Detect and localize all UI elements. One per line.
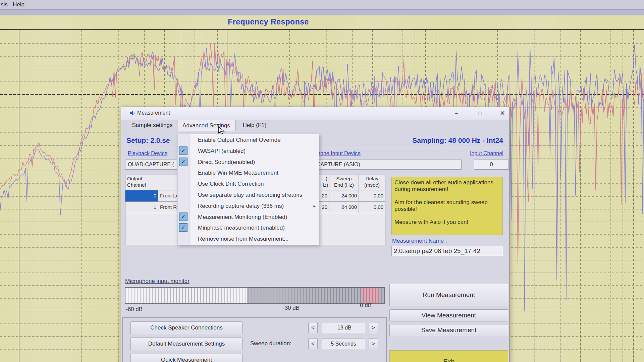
level-value: -13 dB (322, 322, 365, 333)
dropdown-item[interactable]: ✓Measurement Monitoring (Enabled) (177, 212, 319, 223)
dropdown-item-label: Remove noise from Measurement... (198, 233, 288, 244)
table-header: Sweep End (Hz) (329, 175, 359, 190)
app-menubar: sis Help (0, 0, 644, 10)
meter-tick-0: 0 dB (360, 302, 372, 309)
table-cell[interactable]: 20 (319, 190, 329, 202)
dropdown-item[interactable]: ✓Minphase measurement (enabled) (177, 222, 319, 233)
maximize-icon[interactable]: □ (475, 109, 485, 118)
submenu-arrow-icon: ▸ (313, 200, 316, 212)
view-measurement-button[interactable]: View Measurement (389, 309, 508, 321)
table-cell[interactable]: 0 (125, 190, 158, 202)
table-header: Output Channel (125, 175, 158, 190)
chevron-down-icon: ˇ (457, 159, 459, 168)
input-channel-label[interactable]: Input Channel (470, 150, 503, 157)
checkbox-checked-icon: ✓ (179, 223, 187, 232)
checkbox-checked-icon: ✓ (179, 158, 187, 166)
dropdown-item-label: WASAPI (enabled) (198, 145, 246, 157)
table-header: Delay (msec) (359, 175, 385, 190)
setup-label: Setup: 2.0.se (126, 136, 170, 144)
dialog-titlebar[interactable]: Measurement – □ ✕ (121, 107, 509, 120)
dropdown-item-label: Minphase measurement (enabled) (198, 222, 285, 233)
table-cell[interactable]: 24 000 (329, 190, 359, 202)
toolbar-band (0, 10, 644, 15)
app-icon (129, 110, 136, 116)
measurement-name-label: Measurement Name : (392, 238, 447, 244)
input-channel-field[interactable]: 0 (474, 160, 509, 170)
duration-increase-button[interactable]: > (369, 338, 378, 349)
meter-tick-30: -30 dB (283, 305, 300, 311)
menu-help-f1[interactable]: Help (F1) (238, 120, 271, 131)
dropdown-item-label: Recording capture delay (336 ms) (198, 200, 284, 212)
checkbox-checked-icon: ✓ (179, 146, 187, 155)
menu-advanced-settings[interactable]: Advanced Settings (177, 120, 235, 131)
dropdown-item[interactable]: Enable Output Channel Override (177, 134, 319, 145)
save-measurement-button[interactable]: Save Measurement (389, 324, 508, 336)
dropdown-item-label: Direct Sound(enabled) (198, 157, 255, 168)
mic-input-device-label[interactable]: hone Input Device (317, 150, 361, 157)
table-cell[interactable]: 0,00 (359, 190, 385, 202)
playback-device-label[interactable]: Playback Device (128, 150, 167, 157)
menu-item-help[interactable]: Help (13, 1, 24, 8)
menu-sample-settings[interactable]: Sample settings (129, 120, 176, 131)
default-measurement-settings-button[interactable]: Default Measurement Settings (130, 338, 243, 350)
meter-segments (125, 288, 384, 303)
advanced-settings-dropdown: Enable Output Channel Override✓WASAPI (e… (177, 134, 319, 245)
meter-tick-60: -60 dB (126, 306, 143, 313)
level-increase-button[interactable]: > (369, 322, 378, 333)
table-header: ) Hz) (319, 175, 329, 190)
dropdown-item[interactable]: Enable Win MME Measurement (177, 167, 319, 178)
check-speaker-connections-button[interactable]: Check Speaker Connections (130, 321, 243, 334)
dialog-title: Measurement (137, 110, 170, 116)
mouse-cursor-icon (218, 126, 226, 135)
sampling-label: Sampling: 48 000 Hz - Int24 (412, 136, 503, 144)
table-cell[interactable]: 24 000 (329, 202, 359, 213)
note-line: Close down all other audio applications … (394, 179, 500, 193)
measurement-name-input[interactable]: 2.0.setup pa2 08 feb 25_17 42 (391, 246, 503, 256)
dropdown-item-label: Enable Win MME Measurement (198, 167, 278, 178)
dropdown-item[interactable]: ✓Direct Sound(enabled) (177, 157, 319, 168)
minimize-icon[interactable]: – (451, 109, 462, 118)
measurement-dialog: Measurement – □ ✕ Sample settings Advanc… (121, 107, 509, 362)
mic-level-meter (125, 287, 385, 304)
mic-input-device-select[interactable]: CAPTURE (ASIO) ˇ (314, 160, 462, 170)
dialog-menubar: Sample settings Advanced Settings Help (… (121, 120, 509, 131)
duration-value: 5 Seconds (322, 338, 365, 349)
dropdown-item-label: Enable Output Channel Override (198, 134, 281, 145)
mic-monitor-label: Microphone input monitor (125, 278, 190, 285)
note-line: Aim for the cleanest sounding sweep poss… (394, 199, 500, 213)
duration-decrease-button[interactable]: < (308, 338, 318, 349)
screen: sis Help Frequency Response Measurement … (0, 0, 644, 362)
quick-measurement-button[interactable]: Quick Measurement (130, 354, 243, 362)
sweep-duration-label: Sweep duration: (250, 340, 291, 347)
dropdown-item-label: Measurement Monitoring (Enabled) (198, 212, 287, 223)
dropdown-item-label: Use separate play and recording streams (198, 189, 302, 200)
checkbox-checked-icon: ✓ (179, 213, 187, 221)
table-cell[interactable]: 1 (125, 202, 158, 213)
exit-button[interactable]: Exit (389, 350, 508, 362)
close-icon[interactable]: ✕ (497, 109, 507, 118)
dropdown-item[interactable]: Use Clock Drift Correction (177, 178, 319, 189)
run-measurement-button[interactable]: Run Measurement (389, 284, 508, 306)
dropdown-item[interactable]: ✓WASAPI (enabled) (177, 145, 319, 157)
dropdown-item[interactable]: Recording capture delay (336 ms)▸ (177, 200, 319, 212)
instruction-note-box: Close down all other audio applications … (391, 177, 503, 235)
menu-item-analysis[interactable]: sis (1, 1, 8, 8)
chart-title: Frequency Response (0, 17, 537, 26)
dropdown-item-label: Use Clock Drift Correction (198, 178, 264, 189)
table-cell[interactable]: 0,00 (359, 202, 385, 213)
level-decrease-button[interactable]: < (308, 322, 318, 333)
table-cell[interactable]: 20 (319, 202, 329, 213)
note-line: Measure with Asio if you can! (394, 219, 500, 226)
dropdown-item[interactable]: Remove noise from Measurement... (177, 233, 319, 244)
dropdown-item[interactable]: Use separate play and recording streams (177, 189, 319, 200)
